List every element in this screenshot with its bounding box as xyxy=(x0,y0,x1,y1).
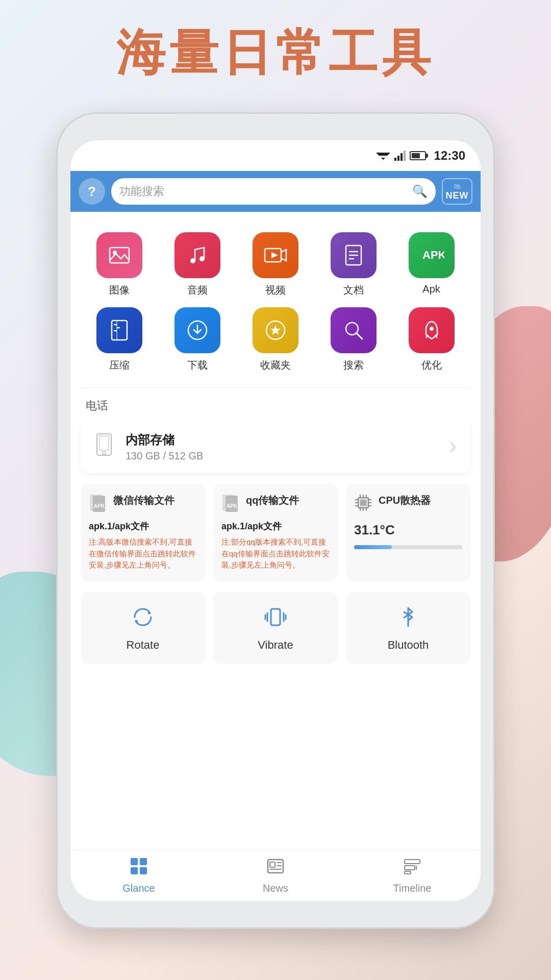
icon-compress[interactable]: 压缩 xyxy=(86,307,154,372)
icon-video[interactable]: 视频 xyxy=(242,232,310,297)
bluetooth-icon xyxy=(395,604,421,632)
svg-rect-6 xyxy=(404,151,406,161)
content-area: 图像 音频 xyxy=(70,212,481,850)
svg-rect-57 xyxy=(131,867,138,874)
status-bar: 12:30 xyxy=(70,140,481,171)
cpu-card[interactable]: CPU散热器 31.1°C xyxy=(346,483,470,581)
vibrate-icon xyxy=(262,604,289,632)
compress-icon-box xyxy=(96,307,142,353)
help-button[interactable]: ? xyxy=(79,178,105,205)
news-nav-label: News xyxy=(263,883,288,894)
cpu-card-title: CPU散热器 xyxy=(379,494,431,507)
svg-rect-50 xyxy=(271,609,280,625)
doc-icon-box xyxy=(331,232,377,278)
icon-grid: 图像 音频 xyxy=(81,222,470,382)
apk-icon-label: Apk xyxy=(422,283,440,295)
svg-text:APK: APK xyxy=(422,249,444,261)
search-icon-box xyxy=(331,307,377,353)
phone-frame: 12:30 ? 功能搜索 🔍 🛍 NEW xyxy=(56,112,495,929)
wechat-transfer-card[interactable]: APK 微信传输文件 apk.1/apk文件 注:高版本微信搜索不到,可直接在微… xyxy=(81,483,205,581)
qq-file-icon: APK xyxy=(221,494,240,516)
bluetooth-tool[interactable]: Blutooth xyxy=(346,592,470,664)
icon-favorites[interactable]: 收藏夹 xyxy=(242,307,310,372)
download-icon-box xyxy=(174,307,220,353)
svg-rect-56 xyxy=(140,858,147,865)
cpu-bar xyxy=(354,545,462,549)
svg-rect-64 xyxy=(405,860,420,864)
doc-icon-label: 文档 xyxy=(343,283,364,297)
svg-rect-7 xyxy=(110,248,129,263)
cpu-temp: 31.1°C xyxy=(354,522,462,538)
battery-icon xyxy=(410,151,426,160)
rotate-label: Rotate xyxy=(127,639,160,652)
rotate-icon xyxy=(130,604,156,632)
storage-size: 130 GB / 512 GB xyxy=(126,450,438,462)
vibrate-label: Vibrate xyxy=(258,639,293,652)
favorites-icon-label: 收藏夹 xyxy=(260,358,291,372)
signal-icon xyxy=(394,151,406,161)
svg-point-9 xyxy=(190,258,195,263)
icon-audio[interactable]: 音频 xyxy=(164,232,232,297)
icon-download[interactable]: 下载 xyxy=(164,307,232,372)
svg-marker-2 xyxy=(381,158,385,160)
bottom-nav: Glance News xyxy=(70,850,481,901)
nav-timeline[interactable]: Timeline xyxy=(344,850,481,901)
search-icon[interactable]: 🔍 xyxy=(412,184,428,199)
nav-news[interactable]: News xyxy=(207,850,344,901)
svg-rect-28 xyxy=(99,436,109,450)
rotate-tool[interactable]: Rotate xyxy=(81,592,205,664)
video-icon-label: 视频 xyxy=(265,283,286,297)
glance-nav-label: Glance xyxy=(122,883,155,894)
svg-rect-65 xyxy=(405,866,415,870)
qq-transfer-card[interactable]: APK qq传输文件 apk.1/apk文件 注:部分qq版本搜索不到,可直接在… xyxy=(213,483,338,581)
phone-section-title: 电话 xyxy=(81,393,470,421)
search-input[interactable]: 功能搜索 xyxy=(119,184,407,199)
new-badge-button[interactable]: 🛍 NEW xyxy=(442,178,472,205)
storage-info: 内部存储 130 GB / 512 GB xyxy=(126,432,438,462)
search-bar[interactable]: 功能搜索 🔍 xyxy=(111,178,436,205)
svg-point-26 xyxy=(430,327,434,331)
cpu-icon xyxy=(354,494,372,516)
icon-image[interactable]: 图像 xyxy=(86,232,154,297)
wechat-card-desc: 注:高版本微信搜索不到,可直接在微信传输界面点击跳转此软件安装,步骤见左上角问号… xyxy=(89,536,197,571)
svg-point-29 xyxy=(103,452,106,455)
svg-rect-4 xyxy=(397,156,399,161)
icon-document[interactable]: 文档 xyxy=(319,232,387,297)
optimize-icon-label: 优化 xyxy=(421,358,442,372)
vibrate-tool[interactable]: Vibrate xyxy=(213,592,338,664)
qq-card-header: APK qq传输文件 xyxy=(221,494,330,516)
cpu-bar-fill xyxy=(354,545,392,549)
audio-icon-box xyxy=(174,232,220,278)
qq-card-subtitle: apk.1/apk文件 xyxy=(221,520,330,532)
chevron-right-icon xyxy=(448,439,458,455)
tools-row: Rotate Vibrate xyxy=(81,592,470,664)
apk-icon-box: APK xyxy=(409,232,455,278)
icon-search[interactable]: 搜索 xyxy=(319,307,387,372)
svg-rect-58 xyxy=(140,867,147,874)
compress-icon-label: 压缩 xyxy=(109,358,130,372)
transfer-cards-row: APK 微信传输文件 apk.1/apk文件 注:高版本微信搜索不到,可直接在微… xyxy=(81,483,470,581)
svg-rect-5 xyxy=(400,153,403,161)
wechat-card-header: APK 微信传输文件 xyxy=(89,494,197,516)
section-divider-1 xyxy=(81,387,470,388)
top-bar: ? 功能搜索 🔍 🛍 NEW xyxy=(70,171,481,212)
audio-icon-label: 音频 xyxy=(187,283,208,297)
new-badge-label: NEW xyxy=(446,190,469,201)
search-icon-label: 搜索 xyxy=(343,358,364,372)
icon-apk[interactable]: APK Apk xyxy=(397,232,465,297)
icon-optimize[interactable]: 优化 xyxy=(397,307,465,372)
svg-point-10 xyxy=(199,256,205,261)
nav-glance[interactable]: Glance xyxy=(70,850,207,901)
svg-text:APK: APK xyxy=(94,503,105,509)
storage-card[interactable]: 内部存储 130 GB / 512 GB xyxy=(81,421,470,473)
image-icon-label: 图像 xyxy=(109,283,130,297)
glance-icon xyxy=(130,857,148,879)
svg-rect-37 xyxy=(360,500,366,506)
wechat-card-subtitle: apk.1/apk文件 xyxy=(89,520,197,532)
phone-storage-icon xyxy=(93,432,115,462)
wechat-file-icon: APK xyxy=(89,494,107,516)
timeline-icon xyxy=(403,857,421,879)
status-icons: 12:30 xyxy=(376,149,465,163)
qq-card-desc: 注:部分qq版本搜索不到,可直接在qq传输界面点击跳转此软件安装,步骤见左上角问… xyxy=(221,536,330,571)
timeline-nav-label: Timeline xyxy=(393,883,432,894)
